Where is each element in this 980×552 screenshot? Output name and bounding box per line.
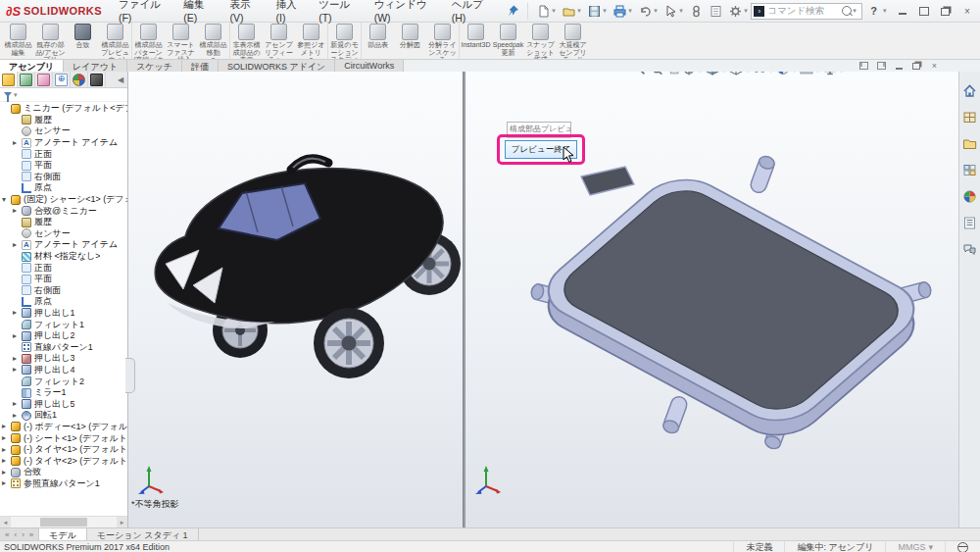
tree-expand-arrow-icon[interactable] xyxy=(13,139,22,147)
scroll-right-icon[interactable]: ▸ xyxy=(117,517,127,527)
rebuild-icon[interactable] xyxy=(687,3,706,20)
tree-item[interactable]: (-) タイヤ<2> (デフォルト<<デフォルト>_外観 xyxy=(0,455,127,467)
ribbon-button[interactable]: アセンブリフィーチャー ▾ xyxy=(263,22,295,59)
tree-item[interactable]: 押し出し4 xyxy=(0,365,127,376)
pane-right-icon[interactable] xyxy=(875,60,888,71)
tree-expand-arrow-icon[interactable] xyxy=(13,241,22,249)
tree-expand-arrow-icon[interactable] xyxy=(2,196,11,204)
pane-left-icon[interactable] xyxy=(858,60,870,71)
ribbon-button[interactable]: 分解図 xyxy=(394,22,426,59)
maximize-button[interactable] xyxy=(915,4,933,19)
tree-expand-arrow-icon[interactable] xyxy=(13,355,22,363)
tree-item[interactable]: アノテート アイテム xyxy=(0,137,127,149)
tree-item[interactable]: センサー xyxy=(0,228,127,240)
command-tab[interactable]: スケッチ xyxy=(127,59,182,72)
tree-expand-arrow-icon[interactable] xyxy=(2,423,11,430)
tree-item[interactable]: 右側面 xyxy=(0,172,127,183)
minicar-assembly-model[interactable] xyxy=(128,72,463,527)
tree-item[interactable]: アノテート アイテム xyxy=(0,239,127,251)
tree-horizontal-scrollbar[interactable]: ◂ ▸ xyxy=(0,516,127,527)
appearances-scenes-icon[interactable] xyxy=(961,187,979,205)
tree-expand-arrow-icon[interactable] xyxy=(13,412,22,420)
select-cursor-icon[interactable] xyxy=(662,3,680,20)
menu-item[interactable]: ヘルプ(H) xyxy=(445,0,500,25)
tree-item[interactable]: 回転1 xyxy=(0,410,127,422)
tree-item[interactable]: センサー xyxy=(0,125,127,137)
tree-item[interactable]: フィレット1 xyxy=(0,319,127,330)
first-tab-icon[interactable]: « xyxy=(3,530,11,539)
menu-item[interactable]: 表示(V) xyxy=(222,0,267,25)
tree-item[interactable]: ミニカー (デフォルト<デフォルト_表示状態-1>) xyxy=(0,103,127,115)
menu-item[interactable]: 編集(E) xyxy=(176,0,220,25)
command-tab[interactable]: SOLIDWORKS アドイン xyxy=(219,59,335,72)
tree-item[interactable]: 押し出し5 xyxy=(0,398,127,410)
menu-item[interactable]: 挿入(I) xyxy=(270,0,311,25)
ribbon-button[interactable]: Instant3D xyxy=(460,22,492,59)
ribbon-button[interactable]: 非表示構成部品の表示 xyxy=(230,22,263,59)
search-icon[interactable] xyxy=(842,6,852,16)
filter-caret-icon[interactable]: ▾ xyxy=(14,91,18,99)
ribbon-button[interactable]: 既存の部品/アセンブリ ▾ xyxy=(34,22,67,59)
tree-expand-arrow-icon[interactable] xyxy=(2,479,11,487)
viewport-right-preview[interactable]: 構成部品プレビュー プレビュー終了 xyxy=(466,72,958,527)
ribbon-button[interactable]: 参照ジオメトリ ▾ xyxy=(295,22,328,59)
command-tab[interactable]: CircuitWorks xyxy=(335,59,404,72)
ribbon-button[interactable]: 構成部品プレビューウィンドウ xyxy=(99,22,132,59)
tree-expand-arrow-icon[interactable] xyxy=(13,400,22,408)
tree-item[interactable]: 押し出し2 xyxy=(0,330,127,342)
help-button[interactable]: ? xyxy=(866,5,881,17)
tree-item[interactable]: ミラー1 xyxy=(0,387,127,399)
tree-item[interactable]: 履歴 xyxy=(0,217,127,228)
tree-item[interactable]: 押し出し3 xyxy=(0,353,127,365)
options-gear-icon[interactable] xyxy=(726,3,745,20)
web-status-icon[interactable] xyxy=(945,541,980,552)
open-document-icon[interactable] xyxy=(560,3,578,20)
file-explorer-icon[interactable] xyxy=(961,134,979,152)
filter-funnel-icon[interactable] xyxy=(4,92,12,97)
new-document-icon[interactable] xyxy=(534,3,553,20)
save-icon[interactable] xyxy=(585,3,604,20)
viewport-left[interactable]: *不等角投影 xyxy=(128,72,463,527)
file-properties-icon[interactable] xyxy=(707,3,725,20)
tree-expand-arrow-icon[interactable] xyxy=(2,434,11,442)
tree-item[interactable]: (-) タイヤ<1> (デフォルト<<デフォルト>_外観 xyxy=(0,444,127,456)
tree-item[interactable]: (-) シート<1> (デフォルト<<デフォルト>_外観 xyxy=(0,432,127,444)
tree-item[interactable]: 原点 xyxy=(0,296,127,308)
configurationmanager-tab[interactable] xyxy=(35,72,53,87)
ribbon-button[interactable]: スナップショット作成 xyxy=(524,22,557,59)
dropdown-caret-icon[interactable]: ▾ xyxy=(212,56,215,59)
panel-splitter-handle[interactable] xyxy=(125,358,135,393)
tree-item[interactable]: 平面 xyxy=(0,274,127,285)
close-button[interactable]: × xyxy=(958,4,976,19)
tree-item[interactable]: 直線パターン1 xyxy=(0,341,127,353)
pin-menubar-icon[interactable] xyxy=(507,4,519,18)
doc-close-icon[interactable]: × xyxy=(928,60,941,71)
tree-item[interactable]: (固定) シャーシ<1> (デフォルト<<デフォルト>_表示状態 xyxy=(0,194,127,206)
ribbon-button[interactable]: 部品表 xyxy=(362,22,394,59)
tree-expand-arrow-icon[interactable] xyxy=(2,446,11,454)
dimxpertmanager-tab[interactable]: ⊕ xyxy=(53,72,71,87)
tree-expand-arrow-icon[interactable] xyxy=(2,469,11,477)
tree-expand-arrow-icon[interactable] xyxy=(13,309,22,317)
menu-item[interactable]: ファイル(F) xyxy=(112,0,174,25)
tree-expand-arrow-icon[interactable] xyxy=(2,457,11,465)
tree-item[interactable]: (-) ボディー<1> (デフォルト<<デフォルト>_表示 xyxy=(0,422,127,433)
next-tab-icon[interactable]: › xyxy=(20,530,26,539)
last-tab-icon[interactable]: » xyxy=(27,530,35,539)
collapse-panel-arrow-icon[interactable]: ◀ xyxy=(114,72,127,87)
ribbon-button[interactable]: 分解ラインスケッチ xyxy=(426,22,460,59)
print-icon[interactable] xyxy=(611,3,629,20)
tree-item[interactable]: 材料 <指定なし> xyxy=(0,251,127,263)
propertymanager-tab[interactable] xyxy=(18,72,35,87)
menu-item[interactable]: ツール(T) xyxy=(312,0,365,25)
command-search[interactable]: › コマンド検索 ▾ xyxy=(751,3,862,20)
displaymanager-tab[interactable] xyxy=(71,72,88,87)
tree-expand-arrow-icon[interactable] xyxy=(13,332,22,340)
tree-item[interactable]: 履歴 xyxy=(0,115,127,126)
command-tab[interactable]: 評価 xyxy=(182,59,219,72)
dropdown-caret-icon[interactable]: ▾ xyxy=(310,56,313,59)
custom-properties-icon[interactable] xyxy=(961,214,979,231)
tree-item[interactable]: 参照直線パターン1 xyxy=(0,478,127,490)
prev-tab-icon[interactable]: ‹ xyxy=(12,530,19,539)
tree-item[interactable]: 平面 xyxy=(0,160,127,172)
